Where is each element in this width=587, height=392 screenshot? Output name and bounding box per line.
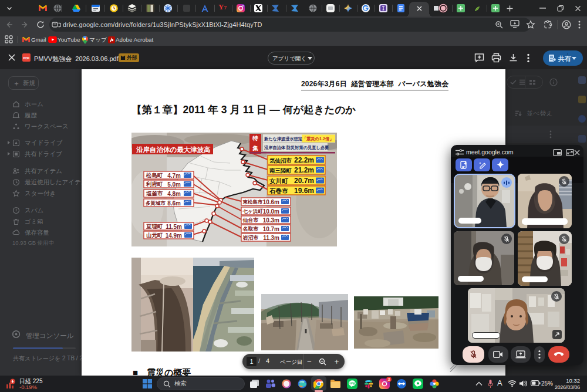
svg-text:22.2m: 22.2m [294,156,314,164]
svg-text:11.5m: 11.5m [166,224,182,230]
svg-text:集: 集 [252,145,258,151]
svg-text:多賀城市: 多賀城市 [146,200,166,206]
svg-text:利府町: 利府町 [146,181,163,187]
svg-text:七ヶ浜町: 七ヶ浜町 [242,208,264,214]
svg-text:10.3m: 10.3m [263,217,279,224]
svg-text:19.6m: 19.6m [294,187,314,195]
svg-text:気仙沼市: 気仙沼市 [269,157,292,164]
svg-text:5.0m: 5.0m [167,181,181,188]
svg-text:10.6m: 10.6m [263,199,279,205]
svg-text:塩釜市: 塩釜市 [146,190,163,197]
svg-text:亘理町: 亘理町 [146,223,163,229]
svg-text:沿岸自治体 防災対策の見直し必要: 沿岸自治体 防災対策の見直し必要 [264,145,329,150]
svg-text:4.8m: 4.8m [167,191,181,197]
svg-text:山元町: 山元町 [146,232,163,238]
svg-text:松島町: 松島町 [146,172,163,178]
svg-text:4.7m: 4.7m [167,173,181,179]
svg-text:21.2m: 21.2m [294,166,314,174]
svg-text:8.6m: 8.6m [167,200,181,207]
svg-text:20.7m: 20.7m [294,177,314,185]
svg-text:岩沼市: 岩沼市 [242,235,259,241]
svg-text:10.7m: 10.7m [263,226,279,232]
svg-text:女川町: 女川町 [269,177,288,184]
svg-text:石巻市: 石巻市 [269,187,288,194]
svg-text:沿岸自治体の最大津波高: 沿岸自治体の最大津波高 [136,146,211,153]
svg-text:仙台市: 仙台市 [242,217,259,223]
svg-text:特: 特 [252,135,258,141]
svg-text:東松島市: 東松島市 [242,199,264,205]
svg-text:名取市: 名取市 [242,226,259,232]
svg-text:新たな津波浸水想定「震災の1.2倍」: 新たな津波浸水想定「震災の1.2倍」 [264,136,333,141]
svg-text:南三陸町: 南三陸町 [269,167,292,174]
svg-text:11.3m: 11.3m [263,235,279,241]
svg-text:14.9m: 14.9m [166,232,182,239]
svg-text:PDF: PDF [23,56,30,60]
svg-text:10.0m: 10.0m [263,208,279,215]
